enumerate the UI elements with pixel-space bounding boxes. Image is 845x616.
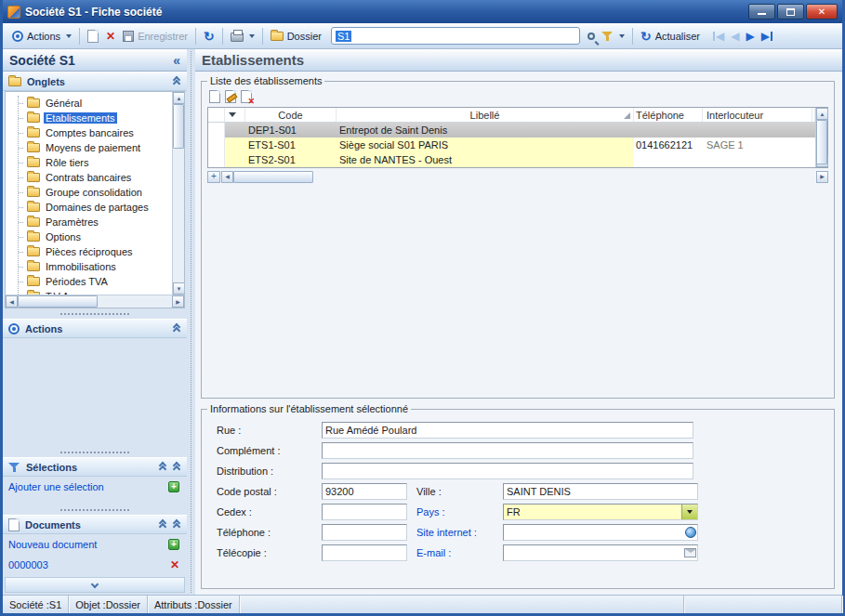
actions-panel-header[interactable]: Actions xyxy=(3,319,187,338)
sidebar-item-moyens-de-paiement[interactable]: Moyens de paiement xyxy=(19,140,171,155)
document-link[interactable]: 0000003 xyxy=(8,559,48,570)
sidebar-expander[interactable] xyxy=(5,577,185,593)
ville-field[interactable] xyxy=(503,483,698,500)
sync-icon: ↻ xyxy=(204,30,215,43)
sidebar-item-role-tiers[interactable]: Rôle tiers xyxy=(19,155,171,170)
sidebar-item-comptes-bancaires[interactable]: Comptes bancaires xyxy=(19,125,171,140)
onglets-panel-header[interactable]: Onglets xyxy=(3,72,187,91)
scroll-left-icon[interactable]: ◀ xyxy=(221,171,233,183)
sidebar-item-pieces-reciproques[interactable]: Pièces réciproques xyxy=(19,244,171,259)
scroll-thumb[interactable] xyxy=(18,295,98,308)
new-button[interactable] xyxy=(84,28,102,45)
minimize-button[interactable] xyxy=(748,4,775,20)
tree-horizontal-scrollbar[interactable]: ◀ ▶ xyxy=(6,295,184,308)
rue-field[interactable] xyxy=(322,422,693,439)
column-header-libelle[interactable]: Libellé xyxy=(337,108,634,122)
record-navigation: ◀ ◀ ▶ ▶ xyxy=(713,31,772,42)
collapse-panel-icon[interactable] xyxy=(172,463,181,472)
scroll-down-icon[interactable]: ▼ xyxy=(173,282,184,295)
pin-panel-icon[interactable] xyxy=(158,520,167,530)
email-field[interactable] xyxy=(503,544,698,561)
code-postal-field[interactable] xyxy=(322,483,407,500)
collapse-panel-icon[interactable] xyxy=(172,324,181,334)
save-button[interactable]: Enregistrer xyxy=(119,29,191,44)
scroll-thumb[interactable] xyxy=(173,104,184,149)
cedex-field[interactable] xyxy=(322,504,407,520)
combo-dropdown-button[interactable] xyxy=(681,505,697,519)
delete-button[interactable]: ✕ xyxy=(102,29,119,44)
add-selection-plus-icon[interactable]: + xyxy=(168,481,179,492)
splitter-handle[interactable] xyxy=(3,308,187,319)
sidebar-item-options[interactable]: Options xyxy=(19,229,171,244)
splitter-handle[interactable] xyxy=(3,505,187,515)
sort-marker-header[interactable] xyxy=(225,108,245,122)
table-horizontal-scrollbar[interactable]: + ◀ ▶ xyxy=(207,170,828,183)
scroll-thumb[interactable] xyxy=(816,120,827,164)
new-document-link[interactable]: Nouveau document xyxy=(8,539,97,550)
next-record-button[interactable]: ▶ xyxy=(746,31,754,42)
sync-button[interactable]: ↻ xyxy=(200,28,218,45)
sidebar-item-tva[interactable]: T.V.A. xyxy=(19,289,171,295)
collapse-panel-icon[interactable] xyxy=(172,520,181,530)
table-row[interactable]: DEP1-S01 Entrepot de Saint Denis xyxy=(208,123,815,138)
pays-label[interactable]: Pays : xyxy=(416,506,503,518)
telecopie-field[interactable] xyxy=(322,544,407,561)
new-document-plus-icon[interactable]: + xyxy=(168,539,179,550)
scroll-right-icon[interactable]: ▶ xyxy=(816,171,828,183)
scroll-thumb[interactable] xyxy=(233,171,313,183)
sidebar-item-groupe-consolidation[interactable]: Groupe consolidation xyxy=(19,185,171,200)
telephone-field[interactable] xyxy=(322,524,407,541)
add-row-icon[interactable] xyxy=(209,90,220,103)
column-header-telephone[interactable]: Téléphone xyxy=(634,108,703,122)
refresh-button[interactable]: ↻ Actualiser xyxy=(637,28,704,45)
close-button[interactable]: ✕ xyxy=(806,4,838,20)
scroll-right-icon[interactable]: ▶ xyxy=(172,295,184,308)
sidebar-item-parametres[interactable]: Paramètres xyxy=(19,215,171,229)
add-plus-button[interactable]: + xyxy=(207,171,220,183)
add-selection-link[interactable]: Ajouter une sélection xyxy=(8,481,104,492)
sidebar-item-domaines-de-partages[interactable]: Domaines de partages xyxy=(19,200,171,215)
search-icon[interactable] xyxy=(588,33,595,40)
first-record-button[interactable]: ◀ xyxy=(713,31,724,42)
sidebar-collapse-button[interactable]: « xyxy=(173,53,180,68)
actions-menu-button[interactable]: Actions xyxy=(8,29,75,44)
email-label[interactable]: E-mail : xyxy=(416,547,503,558)
sidebar-item-periodes-tva[interactable]: Périodes TVA xyxy=(19,274,171,289)
column-header-interlocuteur[interactable]: Interlocuteur xyxy=(703,108,812,122)
print-button[interactable] xyxy=(227,28,258,44)
maximize-button[interactable] xyxy=(777,4,804,20)
previous-record-button[interactable]: ◀ xyxy=(731,31,739,42)
table-vertical-scrollbar[interactable]: ▲ ▼ xyxy=(815,108,827,167)
sidebar-item-immobilisations[interactable]: Immobilisations xyxy=(19,259,171,274)
tree-vertical-scrollbar[interactable]: ▲ ▼ xyxy=(172,92,184,295)
collapse-panel-icon[interactable] xyxy=(172,77,181,86)
pin-panel-icon[interactable] xyxy=(158,463,167,472)
vertical-splitter[interactable] xyxy=(187,49,195,595)
filter-button[interactable] xyxy=(598,29,628,44)
sidebar-item-general[interactable]: Général xyxy=(19,96,171,111)
scroll-left-icon[interactable]: ◀ xyxy=(6,295,18,308)
complement-field[interactable] xyxy=(322,442,693,459)
splitter-handle[interactable] xyxy=(3,447,187,457)
envelope-icon[interactable] xyxy=(684,548,696,557)
scroll-up-icon[interactable]: ▲ xyxy=(173,92,184,104)
dossier-button[interactable]: Dossier xyxy=(267,29,325,44)
site-internet-label[interactable]: Site internet : xyxy=(416,527,503,538)
column-header-code[interactable]: Code xyxy=(245,108,337,122)
table-row[interactable]: ETS1-S01 Siège social S01 PARIS 01416621… xyxy=(208,138,815,152)
selections-panel-header[interactable]: Sélections xyxy=(3,457,187,477)
pays-combobox[interactable]: FR xyxy=(503,504,698,520)
delete-row-icon[interactable] xyxy=(241,90,252,103)
search-input[interactable]: S1 xyxy=(331,27,580,45)
sidebar-item-etablissements[interactable]: Etablissements xyxy=(19,111,171,125)
site-internet-field[interactable] xyxy=(503,524,698,541)
table-row[interactable]: ETS2-S01 Site de NANTES - Ouest xyxy=(208,152,815,167)
edit-row-icon[interactable] xyxy=(225,90,236,103)
documents-panel-header[interactable]: Documents xyxy=(3,515,187,534)
globe-icon[interactable] xyxy=(685,527,696,538)
last-record-button[interactable]: ▶ xyxy=(761,31,772,42)
distribution-field[interactable] xyxy=(322,463,693,479)
scroll-up-icon[interactable]: ▲ xyxy=(816,108,828,120)
sidebar-item-contrats-bancaires[interactable]: Contrats bancaires xyxy=(19,170,171,185)
delete-document-icon[interactable]: ✕ xyxy=(170,559,179,570)
